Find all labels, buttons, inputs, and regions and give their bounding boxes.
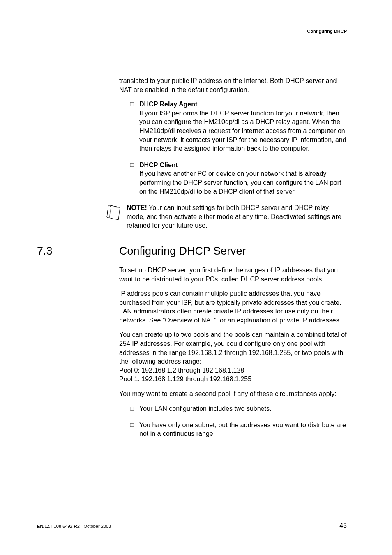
section-heading: 7.3 Configuring DHCP Server (37, 245, 347, 258)
paragraph: You can create up to two pools and the p… (119, 330, 347, 384)
square-bullet-icon: ❑ (130, 421, 134, 438)
continuation-paragraph: translated to your public IP address on … (119, 76, 347, 94)
bullet-list: ❑ Your LAN configuration includes two su… (119, 404, 347, 438)
page: Configuring DHCP translated to your publ… (0, 0, 392, 555)
note-icon (104, 203, 122, 221)
footer-doc-id: EN/LZT 108 6492 R2 - October 2003 (37, 524, 111, 529)
square-bullet-icon: ❑ (130, 161, 134, 196)
note-body: Your can input settings for both DHCP se… (127, 204, 341, 229)
item-body: If you have another PC or device on your… (139, 169, 347, 196)
bullet-text: You have only one subnet, but the addres… (139, 421, 347, 438)
note-text: NOTE! Your can input settings for both D… (127, 203, 347, 230)
note-callout: NOTE! Your can input settings for both D… (104, 203, 347, 230)
item-heading: DHCP Relay Agent (139, 100, 347, 109)
list-item: ❑ You have only one subnet, but the addr… (130, 421, 347, 438)
note-label: NOTE! (127, 204, 147, 211)
paragraph: To set up DHCP server, you first define … (119, 266, 347, 283)
running-head: Configuring DHCP (307, 29, 347, 34)
list-item: ❑ Your LAN configuration includes two su… (130, 404, 347, 413)
body-column: translated to your public IP address on … (119, 76, 347, 446)
section-number: 7.3 (37, 245, 119, 258)
list-item: ❑ DHCP Relay Agent If your ISP performs … (130, 100, 347, 153)
bullet-text: Your LAN configuration includes two subn… (139, 404, 347, 413)
square-bullet-icon: ❑ (130, 100, 134, 153)
paragraph: You may want to create a second pool if … (119, 389, 347, 398)
item-heading: DHCP Client (139, 161, 347, 170)
page-number: 43 (339, 522, 347, 530)
list-item: ❑ DHCP Client If you have another PC or … (130, 161, 347, 196)
item-body: If your ISP performs the DHCP server fun… (139, 109, 347, 153)
page-footer: EN/LZT 108 6492 R2 - October 2003 43 (37, 522, 347, 530)
definition-list: ❑ DHCP Relay Agent If your ISP performs … (119, 100, 347, 196)
square-bullet-icon: ❑ (130, 404, 134, 413)
paragraph: IP address pools can contain multiple pu… (119, 289, 347, 325)
section-title: Configuring DHCP Server (119, 245, 246, 258)
